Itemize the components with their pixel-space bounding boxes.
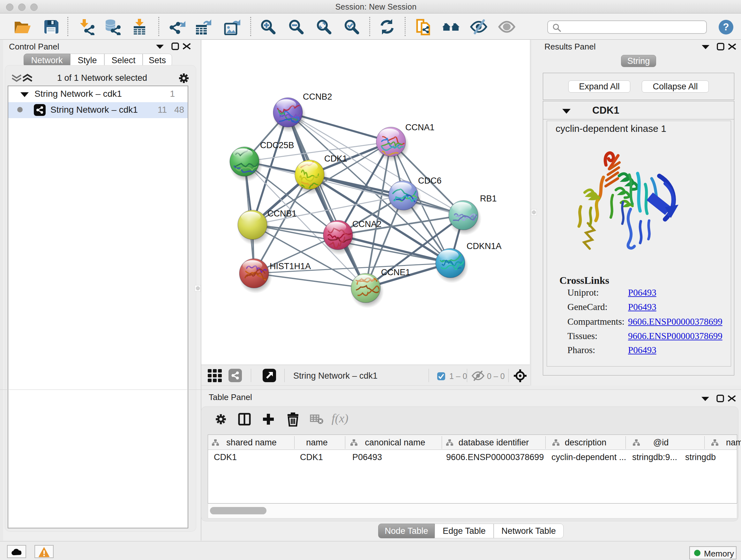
svg-text:?: ? xyxy=(723,21,729,33)
svg-text:HIST1H1A: HIST1H1A xyxy=(270,261,311,271)
svg-text:CDC25B: CDC25B xyxy=(260,140,294,150)
svg-text:CDK1: CDK1 xyxy=(324,154,347,164)
svg-text:RB1: RB1 xyxy=(480,194,497,203)
svg-text:CCNE1: CCNE1 xyxy=(381,267,410,277)
svg-text:CCNA1: CCNA1 xyxy=(405,123,434,132)
svg-text:CCNA2: CCNA2 xyxy=(352,219,382,229)
svg-text:CDC6: CDC6 xyxy=(418,176,442,186)
svg-text:CCNB2: CCNB2 xyxy=(303,92,332,102)
svg-text:CCNB1: CCNB1 xyxy=(267,209,297,219)
svg-text:CDKN1A: CDKN1A xyxy=(467,241,502,251)
